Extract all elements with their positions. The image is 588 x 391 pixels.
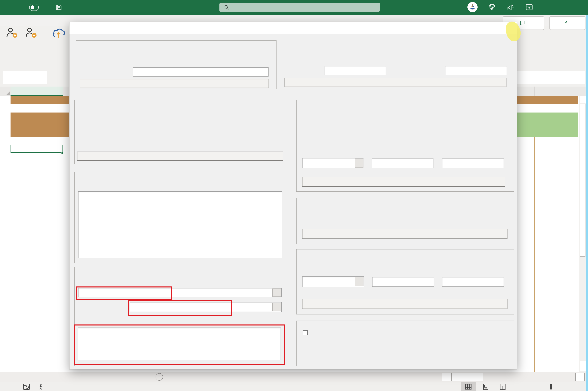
integration-username-input[interactable] — [372, 277, 434, 287]
share-button[interactable] — [550, 16, 586, 30]
status-bar — [0, 382, 588, 391]
avatar[interactable] — [467, 2, 478, 12]
person-add-icon — [6, 27, 18, 39]
new-sheet-button[interactable] — [155, 373, 163, 381]
controls-group — [74, 267, 289, 366]
comment-icon — [519, 20, 525, 26]
name-box[interactable] — [3, 71, 47, 84]
save-icon[interactable] — [55, 4, 62, 11]
select-all-corner[interactable] — [0, 87, 11, 96]
title-bar — [0, 0, 588, 15]
get-integration-code-button[interactable] — [302, 299, 507, 309]
bi-environment-combobox[interactable] — [302, 158, 364, 168]
unlock-template-button[interactable] — [80, 79, 269, 88]
combo-arrow[interactable] — [355, 159, 363, 168]
premium-diamond-icon[interactable] — [488, 3, 496, 11]
search-icon — [224, 5, 229, 10]
instruction-textbox[interactable] — [78, 327, 281, 360]
hscroll-thumb[interactable] — [451, 373, 483, 381]
view-page-layout-button[interactable] — [482, 382, 489, 391]
bi-password-input[interactable] — [442, 158, 504, 168]
feedback-megaphone-icon[interactable] — [506, 3, 515, 11]
create-invoices-button[interactable] — [49, 27, 69, 66]
disable-data-exchange-checkbox[interactable] — [303, 330, 308, 335]
combo-arrow[interactable] — [355, 277, 363, 286]
create-bi-report-button[interactable] — [302, 177, 505, 186]
hscroll-left-button[interactable] — [441, 373, 451, 381]
lookup-type-listbox[interactable] — [78, 192, 282, 258]
col-l-right-border — [578, 96, 578, 372]
bi-username-input[interactable] — [372, 158, 434, 168]
col-k-right-border — [534, 137, 535, 372]
zoom-slider-thumb[interactable] — [550, 384, 552, 390]
lookup-type-setup-group — [74, 172, 289, 263]
confirm-password-input[interactable] — [445, 66, 507, 75]
zoom-slider-track[interactable] — [526, 387, 566, 387]
admin-panel-dialog — [69, 22, 517, 370]
scroll-thumb[interactable] — [580, 104, 586, 257]
excel-window — [0, 0, 588, 391]
combo-arrow[interactable] — [273, 302, 281, 311]
column-header-a[interactable] — [10, 87, 63, 96]
autosave-toggle[interactable] — [29, 4, 39, 11]
setup-dff-button[interactable] — [302, 229, 507, 239]
ribbon-display-options-icon[interactable] — [525, 3, 533, 11]
log-out-button[interactable] — [22, 27, 40, 66]
screen-edge-strip — [586, 15, 588, 391]
view-page-break-button[interactable] — [499, 382, 506, 391]
change-password-button[interactable] — [285, 78, 506, 87]
person-remove-icon — [25, 27, 37, 39]
integration-password-input[interactable] — [442, 277, 504, 287]
bi-report-group — [296, 100, 514, 192]
log-in-button[interactable] — [4, 27, 20, 66]
col-a-right-border — [63, 112, 63, 372]
cloud-upload-icon — [52, 27, 66, 39]
integration-mode-group — [296, 249, 514, 314]
fill-handle[interactable] — [61, 152, 63, 154]
column-header-l[interactable] — [534, 87, 578, 96]
setup-dff-group — [296, 198, 514, 244]
integration-environment-combobox[interactable] — [302, 277, 364, 287]
share-icon — [562, 20, 568, 26]
macro-record-icon[interactable] — [23, 382, 30, 391]
data-load-group — [296, 321, 514, 366]
sheet-tab-bar — [0, 372, 588, 382]
select-all-triangle — [6, 91, 10, 95]
selected-cell-a5[interactable] — [10, 145, 62, 153]
new-password-input[interactable] — [324, 66, 386, 75]
current-password-input[interactable] — [133, 67, 269, 77]
group-separator — [45, 28, 45, 66]
accessibility-icon[interactable] — [38, 382, 44, 391]
view-normal-button[interactable] — [465, 382, 472, 391]
toggle-knob — [30, 5, 34, 9]
admin-password-group — [76, 40, 277, 89]
environment-management-group — [74, 100, 289, 164]
feature-combobox[interactable] — [78, 288, 282, 297]
search-input[interactable] — [219, 3, 380, 12]
vertical-scrollbar[interactable] — [579, 93, 586, 372]
refresh-environment-list-button[interactable] — [77, 152, 283, 160]
hscroll-right-button[interactable] — [576, 373, 585, 381]
scroll-down-button[interactable] — [580, 361, 586, 371]
dialog-title-bar[interactable] — [69, 22, 517, 34]
operation-combobox[interactable] — [130, 302, 282, 312]
combo-arrow[interactable] — [273, 289, 281, 297]
